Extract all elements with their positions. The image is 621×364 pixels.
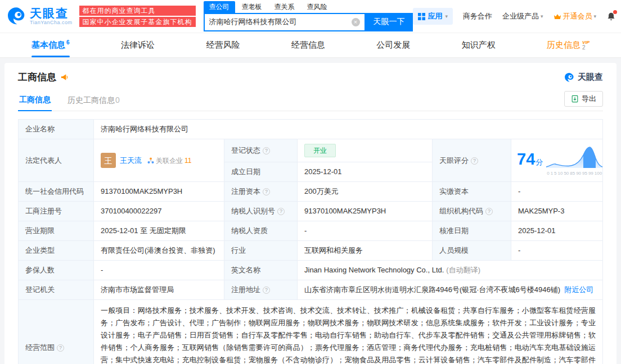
chart-tick: 90 (576, 171, 581, 176)
tab-basic-info[interactable]: 基本信息6 (27, 33, 74, 57)
help-icon[interactable]: ? (471, 157, 478, 165)
table-row: 企业名称 济南哈行网络科技有限公司 (19, 120, 603, 139)
apps-menu[interactable]: 应用 ▾ (413, 8, 453, 25)
search-button[interactable]: 天眼一下 (366, 13, 413, 31)
reg-number-value: 370100400022297 (94, 202, 224, 221)
notification-bell-icon[interactable] (606, 12, 616, 21)
table-row: 经营范围? 一般项目：网络技术服务；技术服务、技术开发、技术咨询、技术交流、技术… (19, 300, 603, 364)
chart-tick: 95 (582, 171, 587, 176)
taxpayer-quality-value: - (298, 221, 433, 241)
industry-label: 行业 (224, 241, 298, 261)
credit-code-value: 91370100MAK25MYP3H (94, 182, 224, 202)
search-tab-boss[interactable]: 查老板 (236, 1, 268, 13)
search-tab-relation[interactable]: 查关系 (269, 1, 300, 13)
chart-tick: 100 (595, 171, 602, 176)
org-code-value: MAK25MYP-3 (511, 202, 603, 221)
nav-open-vip[interactable]: 开通会员▾ (554, 11, 597, 21)
top-bar: 天眼查 TianYanCha.com 都在用的商业查询工具 国家中小企业发展子基… (0, 0, 621, 33)
tianyancha-logo[interactable]: 天眼查 TianYanCha.com (6, 6, 73, 27)
reg-address-label: 注册地址? (224, 280, 298, 300)
table-row: 工商注册号 370100400022297 纳税人识别号? 91370100MA… (19, 202, 603, 221)
credit-code-label: 统一社会信用代码 (19, 182, 94, 202)
insured-count-value: - (94, 261, 224, 280)
sub-tabs: 工商信息 历史工商信息0 导出 (18, 90, 603, 111)
paid-capital-label: 实缴资本 (433, 182, 511, 202)
help-icon[interactable]: ? (263, 147, 270, 154)
table-row: 企业类型 有限责任公司(港澳台投资、非独资) 行业 互联网和相关服务 人员规模 … (19, 241, 603, 261)
tab-history-info[interactable]: 历史信息 VIP 2 (542, 33, 594, 57)
table-row: 登记机关 济南市市场监督管理局 注册地址? 山东省济南市章丘区明水街道明水汇泉路… (19, 280, 603, 300)
search-input[interactable] (209, 18, 352, 26)
staff-size-label: 人员规模 (433, 241, 511, 261)
megaphone-icon (60, 73, 69, 81)
nav-enterprise-products[interactable]: 企业级产品▾ (502, 11, 543, 21)
nav-business-cooperation[interactable]: 商务合作 (463, 11, 492, 21)
tab-operating-info[interactable]: 经营信息 (287, 33, 330, 57)
insured-count-label: 参保人数 (19, 261, 94, 280)
export-button[interactable]: 导出 (564, 91, 603, 107)
grid-icon (418, 13, 425, 20)
reg-status-cell: 开业 (298, 139, 433, 162)
search-area: 查公司 查老板 查关系 查风险 × 天眼一下 (204, 2, 413, 31)
chevron-down-icon: ▾ (541, 13, 543, 19)
tianyancha-logo-icon (6, 6, 27, 27)
score-curve (546, 145, 602, 169)
legal-rep-label: 法定代表人 (19, 139, 94, 182)
reg-status-label: 登记状态? (224, 139, 298, 162)
related-companies[interactable]: 关联企业 11 (147, 156, 191, 166)
table-row: 统一社会信用代码 91370100MAK25MYP3H 注册资本? 200万美元… (19, 182, 603, 202)
crown-icon (554, 13, 561, 20)
subtab-history-business-info[interactable]: 历史工商信息0 (66, 91, 121, 111)
company-type-value: 有限责任公司(港澳台投资、非独资) (94, 241, 224, 261)
tab-operating-risk[interactable]: 经营风险 (201, 33, 244, 57)
establish-date-value: 2025-12-01 (298, 162, 433, 182)
staff-size-value: - (511, 241, 603, 261)
business-info-card: 工商信息 天眼查 工商信息 历史工商信息0 导出 企业名称 济南哈行网络科技有限… (4, 63, 616, 364)
logo-subtitle: TianYanCha.com (30, 20, 73, 25)
top-nav: 应用 ▾ 商务合作 企业级产品▾ 开通会员▾ 超级 (413, 8, 621, 25)
help-icon[interactable]: ? (263, 188, 270, 195)
company-tab-bar: 基本信息6 法律诉讼 经营风险 经营信息 公司发展 知识产权 历史信息 VIP … (0, 33, 621, 57)
tianyancha-mini-icon (564, 72, 575, 83)
card-brand-logo: 天眼查 (564, 72, 603, 83)
search-box: × 天眼一下 (204, 13, 413, 31)
help-icon[interactable]: ? (57, 344, 64, 352)
reg-address-value: 山东省济南市章丘区明水街道明水汇泉路4946号(银冠·台湾不夜城6号楼4946铺… (298, 280, 603, 300)
promo-line-2: 国家中小企业发展子基金旗下机构 (79, 17, 196, 27)
search-tab-risk[interactable]: 查风险 (302, 1, 333, 13)
tab-legal-proceedings[interactable]: 法律诉讼 (116, 33, 159, 57)
business-scope-value: 一般项目：网络技术服务；技术服务、技术开发、技术咨询、技术交流、技术转让、技术推… (94, 300, 603, 364)
company-name-value: 济南哈行网络科技有限公司 (94, 120, 603, 139)
establish-date-label: 成立日期 (224, 162, 298, 182)
score-cell: 74分 0 1 5 (511, 139, 603, 182)
help-icon[interactable]: ? (263, 286, 270, 294)
paid-capital-value: - (511, 182, 603, 202)
tab-company-development[interactable]: 公司发展 (372, 33, 415, 57)
help-icon[interactable]: ? (277, 208, 285, 215)
clear-search-icon[interactable]: × (352, 18, 360, 26)
chart-tick: 5 (554, 171, 556, 176)
search-tab-company[interactable]: 查公司 (204, 1, 235, 13)
status-badge: 开业 (304, 144, 336, 157)
reg-authority-value: 济南市市场监督管理局 (94, 280, 224, 300)
nearby-companies-link[interactable]: 附近公司 (564, 285, 593, 294)
logo-title: 天眼查 (30, 7, 73, 20)
business-term-label: 营业期限 (19, 221, 94, 241)
table-row: 参保人数 - 英文名称 Jinan Haxing Network Technol… (19, 261, 603, 280)
taxpayer-quality-label: 纳税人资质 (224, 221, 298, 241)
chart-tick: 1 (551, 171, 553, 176)
subtab-business-info[interactable]: 工商信息 (18, 90, 52, 111)
help-icon[interactable]: ? (485, 208, 493, 215)
chevron-down-icon: ▾ (594, 13, 597, 19)
tab-intellectual-property[interactable]: 知识产权 (457, 33, 500, 57)
reg-capital-value: 200万美元 (298, 182, 433, 202)
related-companies-icon (147, 157, 154, 164)
table-row: 法定代表人 王 王天流 关联企业 11 登记状态? 开业 天眼评分? (19, 139, 603, 162)
english-name-label: 英文名称 (224, 261, 298, 280)
chart-tick: 99 (588, 171, 593, 176)
related-companies-count[interactable]: 11 (184, 156, 191, 166)
legal-rep-link[interactable]: 王天流 (120, 156, 142, 166)
chart-tick: 50 (564, 171, 569, 176)
taxpayer-id-label: 纳税人识别号? (224, 202, 298, 221)
score-axis-ticks: 0 1 5 10 50 85 90 95 99 100 (546, 171, 602, 176)
